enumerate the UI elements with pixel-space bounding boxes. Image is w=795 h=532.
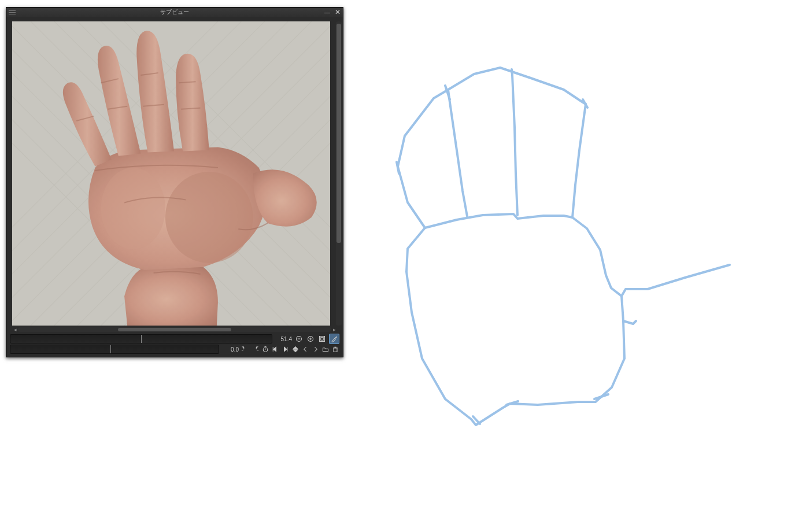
- rotation-toolbar: 0.0: [6, 344, 343, 354]
- subview-titlebar[interactable]: サブビュー — ✕: [6, 8, 343, 17]
- zoom-toolbar: 51.4: [6, 334, 343, 344]
- zoom-value: 51.4: [275, 336, 292, 342]
- hscroll-right-icon[interactable]: ▸: [331, 327, 337, 332]
- svg-marker-17: [284, 347, 287, 352]
- open-folder-icon[interactable]: [321, 345, 329, 354]
- horizontal-scrollbar-thumb[interactable]: [118, 328, 231, 331]
- close-icon[interactable]: ✕: [332, 8, 343, 17]
- timer-icon[interactable]: [261, 345, 269, 354]
- fit-screen-icon[interactable]: [317, 334, 327, 343]
- zoom-slider[interactable]: [10, 334, 272, 343]
- svg-rect-10: [320, 337, 325, 342]
- svg-marker-19: [293, 347, 298, 349]
- next-icon[interactable]: [312, 345, 319, 354]
- subview-title: サブビュー: [160, 8, 189, 16]
- rotation-slider-handle[interactable]: [110, 345, 111, 353]
- horizontal-scrollbar[interactable]: [18, 327, 331, 332]
- svg-rect-4: [12, 21, 330, 326]
- redo-icon[interactable]: [251, 345, 258, 354]
- vertical-scrollbar-thumb[interactable]: [337, 24, 341, 243]
- step-back-icon[interactable]: [271, 345, 279, 354]
- svg-marker-20: [293, 350, 298, 352]
- svg-rect-21: [334, 348, 337, 352]
- reference-image-viewport[interactable]: [12, 21, 330, 326]
- svg-marker-15: [273, 347, 276, 352]
- eyedropper-icon[interactable]: [329, 334, 339, 344]
- rotation-slider[interactable]: [10, 345, 219, 354]
- step-forward-icon[interactable]: [282, 345, 289, 354]
- hscroll-left-icon[interactable]: ◂: [12, 327, 18, 332]
- subview-window[interactable]: サブビュー — ✕: [6, 7, 343, 357]
- undo-icon[interactable]: [241, 345, 249, 354]
- svg-rect-11: [321, 338, 324, 341]
- trash-icon[interactable]: [332, 345, 339, 354]
- zoom-out-icon[interactable]: [294, 334, 304, 343]
- minimize-icon[interactable]: —: [322, 8, 332, 17]
- vertical-scrollbar[interactable]: [336, 21, 342, 326]
- zoom-in-icon[interactable]: [306, 334, 315, 343]
- prev-icon[interactable]: [301, 345, 309, 354]
- flip-icon[interactable]: [291, 345, 299, 354]
- zoom-slider-handle[interactable]: [141, 335, 142, 343]
- menu-icon[interactable]: [9, 9, 16, 16]
- rotation-value: 0.0: [221, 346, 239, 353]
